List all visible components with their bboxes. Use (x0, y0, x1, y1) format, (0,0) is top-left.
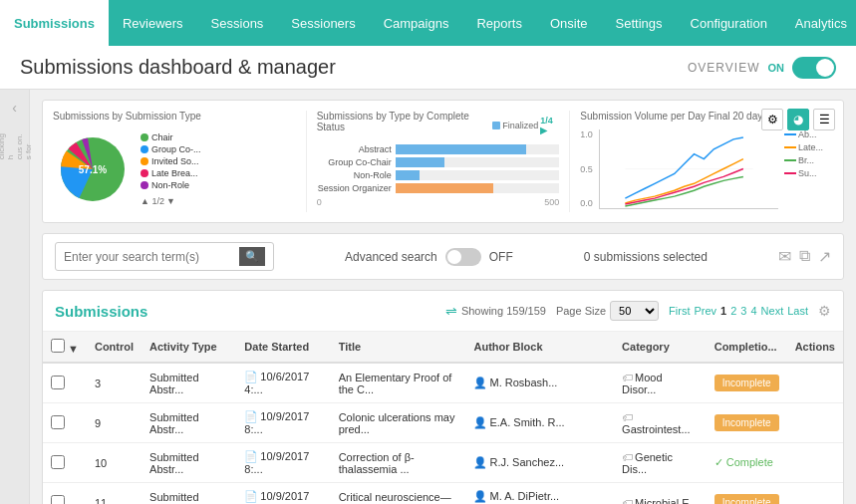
charts-area: Submissions by Submission Type 57.1% (42, 100, 844, 223)
next-page-link[interactable]: Next (761, 305, 784, 317)
overview-toggle-switch[interactable] (792, 57, 836, 79)
search-input[interactable] (64, 250, 239, 264)
row-checkbox[interactable] (51, 376, 65, 389)
page-4-link[interactable]: 4 (750, 305, 756, 317)
legend-su: Su... (784, 168, 823, 178)
y-mid: 0.5 (580, 164, 593, 174)
page-title: Submissions dashboard & manager (20, 56, 336, 79)
table-controls: ⇌ Showing 159/159 Page Size 50 25 100 Fi… (445, 301, 831, 321)
legend-late-line (784, 146, 796, 148)
nav-item-sessioners[interactable]: Sessioners (277, 0, 369, 46)
sort-arrow: ▼ (68, 343, 79, 355)
bar-abstract-finalized (396, 144, 527, 154)
row-title: An Elementary Proof of the C... (331, 363, 466, 403)
row-author: 👤E.A. Smith. R... (465, 403, 614, 443)
nav-item-campaigns[interactable]: Campaigns (370, 0, 463, 46)
legend-dot-invited (141, 157, 148, 165)
nav-item-reports[interactable]: Reports (462, 0, 536, 46)
page-3-link[interactable]: 3 (740, 305, 746, 317)
col-header-completion[interactable]: Completio... (707, 332, 787, 363)
bar-session-other (396, 183, 494, 193)
legend-br: Br... (784, 155, 823, 165)
copy-icon[interactable]: ⧉ (799, 247, 810, 266)
row-checkbox[interactable] (51, 415, 65, 429)
legend-late: Late... (784, 142, 823, 152)
col-header-title[interactable]: Title (331, 332, 466, 363)
nav-item-analytics[interactable]: Analytics (781, 0, 856, 46)
col-header-category[interactable]: Category (614, 332, 707, 363)
page-2-link[interactable]: 2 (730, 305, 736, 317)
first-page-link[interactable]: First (669, 305, 690, 317)
chart-settings-btn[interactable]: ⚙ (761, 109, 783, 130)
file-icon: 📄 (244, 490, 258, 502)
row-checkbox[interactable] (51, 455, 65, 469)
sidebar-left: ‹ clicking h cus on. s for › (0, 90, 30, 504)
row-completion: Incomplete (707, 403, 787, 443)
row-checkbox-cell (43, 403, 87, 443)
content-area: Submissions by Submission Type 57.1% (30, 90, 856, 504)
row-date: 📄10/9/2017 8:... (236, 483, 330, 505)
legend-item-chair: Chair (141, 132, 201, 142)
tag-icon: 🏷 (622, 451, 633, 463)
status-badge: Incomplete (714, 375, 779, 391)
selected-label: submissions selected (594, 250, 708, 264)
nav-item-sessions[interactable]: Sessions (197, 0, 278, 46)
legend-item-invited: Invited So... (141, 156, 201, 166)
nav-item-configuration[interactable]: Configuration (677, 0, 781, 46)
y-min: 0.0 (580, 198, 593, 208)
showing-text: Showing 159/159 (461, 305, 546, 317)
bar-row-group: Group Co-Chair (317, 157, 560, 167)
row-completion: Incomplete (707, 483, 787, 505)
search-button[interactable]: 🔍 (239, 247, 265, 266)
overview-label: OVERVIEW (688, 61, 759, 75)
showing-icon: ⇌ (445, 303, 457, 319)
chart-nav-arrow[interactable]: 1/4 ▶ (540, 116, 559, 135)
bar-group-finalized (396, 157, 444, 167)
row-title: Correction of β-thalassemia ... (331, 443, 466, 483)
row-activity: Submitted Abstr... (142, 363, 236, 403)
row-checkbox-cell (43, 363, 87, 403)
legend-item-nonrole: Non-Role (141, 180, 201, 190)
email-icon[interactable]: ✉ (778, 247, 791, 266)
row-author: 👤R.J. Sanchez... (465, 443, 614, 483)
volume-y-axis: 1.0 0.5 0.0 (580, 129, 593, 212)
nav-item-onsite[interactable]: Onsite (536, 0, 602, 46)
last-page-link[interactable]: Last (787, 305, 808, 317)
col-header-date[interactable]: Date Started (236, 332, 330, 363)
nav-item-settings[interactable]: Settings (602, 0, 677, 46)
prev-page-link[interactable]: Prev (694, 305, 716, 317)
col-header-activity[interactable]: Activity Type (142, 332, 236, 363)
bar-row-abstract: Abstract (317, 144, 560, 154)
pie-legend: Chair Group Co-... Invited So... La (141, 132, 201, 206)
page-size-select[interactable]: 50 25 100 (610, 301, 659, 321)
status-badge: Incomplete (714, 494, 779, 504)
page-1-link[interactable]: 1 (720, 305, 726, 317)
row-id: 3 (87, 363, 142, 403)
row-category: 🏷Mood Disor... (614, 363, 707, 403)
col-header-author[interactable]: Author Block (465, 332, 614, 363)
tag-icon: 🏷 (622, 372, 633, 383)
main-nav: Submissions Reviewers Sessions Sessioner… (0, 0, 856, 46)
table-row: 11 Submitted Abstr... 📄10/9/2017 8:... C… (43, 483, 843, 505)
chart-pie-btn[interactable]: ◕ (787, 109, 809, 130)
complete-status-section: Submissions by Type by Complete Status F… (317, 111, 571, 212)
table-header-row: ▼ Control Activity Type Date Started Tit… (43, 332, 843, 363)
advanced-search: Advanced search OFF (345, 248, 513, 266)
row-checkbox[interactable] (51, 495, 65, 505)
bar-track-abstract (396, 144, 560, 154)
sidebar-collapse-arrow[interactable]: ‹ (12, 100, 17, 116)
select-all-checkbox[interactable] (51, 339, 65, 353)
submissions-selected: 0 submissions selected (584, 250, 708, 264)
nav-item-reviewers[interactable]: Reviewers (109, 0, 197, 46)
legend-ab-line (784, 133, 796, 135)
export-icon[interactable]: ↗ (818, 247, 831, 266)
row-id: 10 (87, 443, 142, 483)
chart-list-btn[interactable]: ☰ (813, 109, 835, 130)
advanced-search-toggle[interactable] (445, 248, 481, 266)
advanced-toggle-state: OFF (489, 250, 513, 264)
bar-row-nonrole: Non-Role (317, 170, 560, 180)
search-input-wrap: 🔍 (55, 242, 274, 271)
nav-item-submissions[interactable]: Submissions (0, 0, 109, 46)
row-author: 👤M. A. DiPietr... Radiology, C.S... (465, 483, 614, 505)
table-settings-gear[interactable]: ⚙ (818, 303, 831, 319)
